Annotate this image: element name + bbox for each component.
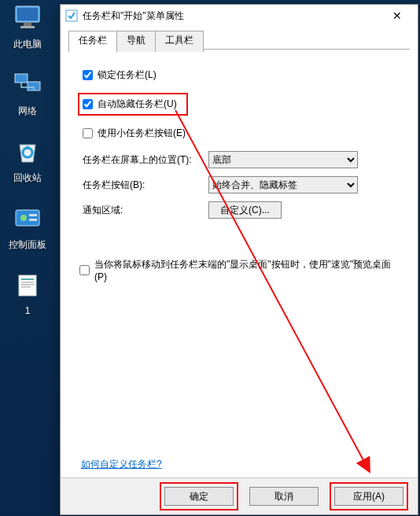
autohide-row: 自动隐藏任务栏(U): [83, 93, 399, 116]
position-row: 任务栏在屏幕上的位置(T): 底部: [83, 151, 399, 168]
apply-button[interactable]: 应用(A): [334, 487, 403, 506]
titlebar[interactable]: 任务栏和"开始"菜单属性 ✕: [61, 5, 418, 27]
desktop-icon-label: 网络: [18, 105, 37, 118]
desktop-icon-this-pc[interactable]: 此电脑: [0, 2, 55, 51]
desktop-icon-label: 1: [25, 305, 31, 316]
svg-rect-9: [29, 214, 37, 216]
ok-button[interactable]: 确定: [164, 487, 234, 506]
customize-button[interactable]: 自定义(C)...: [208, 201, 282, 219]
tab-taskbar[interactable]: 任务栏: [68, 31, 117, 53]
control-panel-icon: [11, 202, 44, 235]
small-buttons-label: 使用小任务栏按钮(E): [98, 127, 186, 140]
ok-highlight: 确定: [160, 482, 238, 510]
taskbar-properties-dialog: 任务栏和"开始"菜单属性 ✕ 任务栏 导航 工具栏 锁定任务栏(L) 自动隐藏任…: [60, 4, 418, 515]
recycle-bin-icon: [11, 135, 44, 168]
buttons-row: 任务栏按钮(B): 始终合并、隐藏标签: [83, 176, 399, 194]
desktop-icon-label: 控制面板: [9, 238, 46, 252]
position-select[interactable]: 底部: [208, 151, 358, 168]
svg-rect-14: [21, 284, 34, 286]
peek-label: 当你将鼠标移动到任务栏末端的"显示桌面"按钮时，使用"速览"预览桌面(P): [94, 258, 399, 282]
svg-rect-7: [16, 210, 39, 226]
monitor-icon: [11, 2, 44, 35]
apply-highlight: 应用(A): [330, 482, 408, 510]
svg-rect-15: [21, 286, 31, 288]
desktop-icon-recycle-bin[interactable]: 回收站: [0, 135, 55, 185]
desktop-icon-file-1[interactable]: 1: [0, 269, 55, 316]
notify-label: 通知区域:: [83, 204, 208, 217]
tab-bar: 任务栏 导航 工具栏: [68, 30, 410, 50]
svg-rect-11: [19, 275, 36, 296]
peek-row: 当你将鼠标移动到任务栏末端的"显示桌面"按钮时，使用"速览"预览桌面(P): [79, 258, 399, 282]
small-buttons-checkbox[interactable]: [83, 128, 93, 138]
svg-rect-13: [21, 282, 34, 283]
svg-rect-12: [21, 278, 34, 280]
svg-rect-1: [17, 8, 38, 20]
cancel-button[interactable]: 取消: [249, 487, 319, 506]
position-label: 任务栏在屏幕上的位置(T):: [83, 153, 208, 167]
svg-rect-3: [20, 26, 35, 28]
help-link[interactable]: 如何自定义任务栏?: [81, 459, 162, 470]
peek-checkbox[interactable]: [79, 265, 90, 275]
svg-rect-2: [24, 23, 31, 26]
buttons-select[interactable]: 始终合并、隐藏标签: [208, 176, 358, 194]
svg-point-8: [20, 215, 27, 221]
dialog-icon: [65, 9, 78, 22]
buttons-label: 任务栏按钮(B):: [83, 179, 208, 192]
notify-row: 通知区域: 自定义(C)...: [83, 201, 399, 219]
tab-navigation[interactable]: 导航: [117, 31, 156, 52]
tab-content: 锁定任务栏(L) 自动隐藏任务栏(U) 使用小任务栏按钮(E) 任务栏在屏幕上的…: [61, 50, 418, 477]
autohide-highlight: 自动隐藏任务栏(U): [78, 93, 188, 116]
desktop: 此电脑 网络 回收站 控制面板 1: [0, 0, 420, 516]
close-button[interactable]: ✕: [381, 6, 413, 26]
lock-taskbar-row: 锁定任务栏(L): [83, 68, 399, 82]
lock-taskbar-label: 锁定任务栏(L): [98, 68, 157, 82]
help-link-row: 如何自定义任务栏?: [81, 458, 162, 471]
file-icon: [11, 269, 44, 302]
desktop-icon-network[interactable]: 网络: [0, 68, 55, 118]
desktop-icon-control-panel[interactable]: 控制面板: [0, 202, 55, 252]
desktop-icon-label: 此电脑: [13, 38, 42, 51]
button-bar: 确定 取消 应用(A): [61, 477, 418, 514]
svg-rect-4: [15, 74, 28, 83]
autohide-label: 自动隐藏任务栏(U): [98, 98, 177, 111]
autohide-checkbox[interactable]: [83, 99, 93, 109]
tab-toolbars[interactable]: 工具栏: [156, 31, 204, 52]
lock-taskbar-checkbox[interactable]: [83, 70, 93, 80]
close-icon: ✕: [392, 9, 402, 22]
small-buttons-row: 使用小任务栏按钮(E): [83, 127, 399, 140]
svg-rect-10: [29, 219, 37, 221]
network-icon: [11, 68, 44, 101]
dialog-title: 任务栏和"开始"菜单属性: [83, 9, 381, 23]
desktop-icon-label: 回收站: [13, 171, 42, 185]
desktop-icons: 此电脑 网络 回收站 控制面板 1: [0, 0, 55, 334]
